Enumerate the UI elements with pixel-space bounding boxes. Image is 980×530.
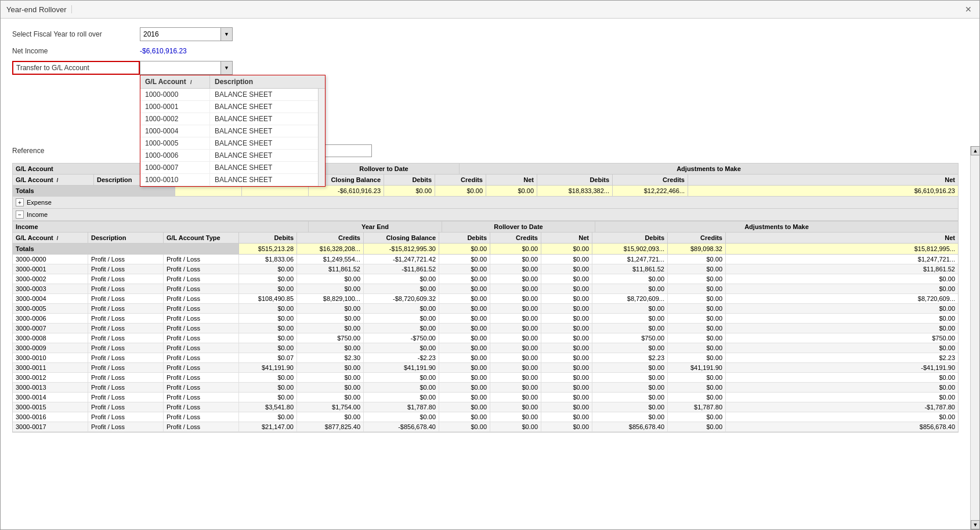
totals-roll-debits: $0.00 xyxy=(384,186,435,196)
transfer-row: Transfer to G/L Account ▼ G/L Account / … xyxy=(12,61,968,75)
table-row: 3000-0002 Profit / Loss Profit / Loss $0… xyxy=(13,274,958,284)
income-col-roll-debits: Debits xyxy=(439,233,490,243)
net-income-label: Net Income xyxy=(12,47,140,55)
expense-expand-icon[interactable]: + xyxy=(16,198,24,206)
income-col-adj-debits: Debits xyxy=(592,233,668,243)
table-row: 3000-0013 Profit / Loss Profit / Loss $0… xyxy=(13,383,958,393)
gl-header-desc: Description xyxy=(210,75,325,88)
transfer-label: Transfer to G/L Account xyxy=(12,61,140,75)
income-totals-roll-credits: $0.00 xyxy=(490,244,541,254)
title-bar: Year-end Rollover ✕ xyxy=(1,1,979,19)
totals-closing: -$6,610,916.23 xyxy=(309,186,384,196)
fiscal-year-row: Select Fiscal Year to roll over 2016 ▼ xyxy=(12,27,968,41)
income-col-closing: Closing Balance xyxy=(364,233,439,243)
income-totals-adj-credits: $89,098.32 xyxy=(668,244,726,254)
list-item[interactable]: 1000-0002 BALANCE SHEET xyxy=(140,113,325,125)
window-title: Year-end Rollover xyxy=(6,5,67,14)
table-row: 3000-0001 Profit / Loss Profit / Loss $0… xyxy=(13,264,958,274)
net-income-row: Net Income -$6,610,916.23 xyxy=(12,47,968,55)
transfer-input-field[interactable] xyxy=(140,62,220,74)
table-row: 3000-0003 Profit / Loss Profit / Loss $0… xyxy=(13,284,958,294)
list-item[interactable]: 1000-0010 BALANCE SHEET xyxy=(140,174,325,186)
scroll-down-arrow[interactable]: ▼ xyxy=(971,520,979,529)
table-row: 3000-0006 Profit / Loss Profit / Loss $0… xyxy=(13,314,958,324)
totals-adj-net: $6,610,916.23 xyxy=(688,186,958,196)
income-totals-adj-debits: $15,902,093... xyxy=(592,244,668,254)
income-data-rows: 3000-0000 Profit / Loss Profit / Loss $1… xyxy=(13,255,958,432)
totals-adj-credits: $12,222,466... xyxy=(613,186,688,196)
totals-col-roll-net: Net xyxy=(486,175,537,185)
scroll-up-arrow[interactable]: ▲ xyxy=(971,146,979,155)
table-row: 3000-0005 Profit / Loss Profit / Loss $0… xyxy=(13,304,958,314)
income-col-type: G/L Account Type xyxy=(164,233,239,243)
income-totals-label: Totals xyxy=(13,244,239,254)
table-row: 3000-0007 Profit / Loss Profit / Loss $0… xyxy=(13,324,958,333)
totals-ye-debits xyxy=(175,186,242,196)
table-row: 3000-0017 Profit / Loss Profit / Loss $2… xyxy=(13,422,958,432)
table-row: 3000-0009 Profit / Loss Profit / Loss $0… xyxy=(13,343,958,353)
content-area: Select Fiscal Year to roll over 2016 ▼ N… xyxy=(1,19,979,529)
income-section-row[interactable]: − Income xyxy=(13,209,958,221)
fiscal-year-dropdown-arrow[interactable]: ▼ xyxy=(220,28,232,41)
totals-col-roll-credits: Credits xyxy=(435,175,486,185)
table-row: 3000-0008 Profit / Loss Profit / Loss $0… xyxy=(13,333,958,343)
totals-col-adj-credits: Credits xyxy=(613,175,688,185)
gl-dropdown-header: G/L Account / Description xyxy=(140,75,325,89)
table-row: 3000-0014 Profit / Loss Profit / Loss $0… xyxy=(13,393,958,402)
gl-sort-indicator: / xyxy=(190,79,192,85)
income-totals-roll-net: $0.00 xyxy=(541,244,592,254)
list-item[interactable]: 1000-0000 BALANCE SHEET xyxy=(140,89,325,101)
gl-header-account: G/L Account / xyxy=(140,75,210,88)
gl-account-dropdown[interactable]: G/L Account / Description 1000-0000 BALA… xyxy=(140,75,326,187)
totals-adj-header: Adjustments to Make xyxy=(460,164,958,174)
table-row: 3000-0004 Profit / Loss Profit / Loss $1… xyxy=(13,294,958,304)
income-col-roll-net: Net xyxy=(541,233,592,243)
totals-section-label-row: Totals -$6,610,916.23 $0.00 $0.00 $0.00 … xyxy=(13,186,958,197)
totals-roll-net: $0.00 xyxy=(486,186,537,196)
income-gl-account-header: Income xyxy=(13,222,309,232)
income-rollover-header: Rollover to Date xyxy=(442,222,595,232)
transfer-input-wrapper: ▼ xyxy=(140,61,233,75)
income-col-headers: G/L Account / Description G/L Account Ty… xyxy=(13,233,958,244)
table-row: 3000-0012 Profit / Loss Profit / Loss $0… xyxy=(13,373,958,383)
fiscal-year-dropdown[interactable]: 2016 ▼ xyxy=(140,27,233,41)
list-item[interactable]: 1000-0004 BALANCE SHEET xyxy=(140,125,325,137)
income-totals-debits: $515,213.28 xyxy=(239,244,297,254)
totals-adj-debits: $18,833,382... xyxy=(537,186,613,196)
income-totals-adj-net: $15,812,995... xyxy=(726,244,958,254)
list-item[interactable]: 1000-0001 BALANCE SHEET xyxy=(140,101,325,113)
totals-label: Totals xyxy=(13,186,175,196)
income-totals-closing: -$15,812,995.30 xyxy=(364,244,439,254)
title-divider xyxy=(71,5,72,13)
totals-roll-credits: $0.00 xyxy=(435,186,486,196)
totals-col-roll-debits: Debits xyxy=(384,175,435,185)
transfer-dropdown-button[interactable]: ▼ xyxy=(220,61,232,74)
expense-section-row[interactable]: + Expense xyxy=(13,197,958,209)
reference-label: Reference xyxy=(12,147,140,155)
income-expand-icon[interactable]: − xyxy=(16,210,24,219)
main-window: Year-end Rollover ✕ Select Fiscal Year t… xyxy=(0,0,980,530)
table-row: 3000-0000 Profit / Loss Profit / Loss $1… xyxy=(13,255,958,264)
gl-dropdown-scrollbar[interactable] xyxy=(318,89,325,186)
income-section-label: − Income xyxy=(13,209,50,220)
income-totals-label-row: Totals $515,213.28 $16,328,208... -$15,8… xyxy=(13,244,958,255)
list-item[interactable]: 1000-0005 BALANCE SHEET xyxy=(140,137,325,150)
income-adj-header: Adjustments to Make xyxy=(595,222,958,232)
totals-col-account: G/L Account / xyxy=(13,175,94,185)
income-group-headers: Income Year End Rollover to Date Adjustm… xyxy=(13,222,958,233)
list-item[interactable]: 1000-0006 BALANCE SHEET xyxy=(140,150,325,162)
net-income-value: -$6,610,916.23 xyxy=(140,47,187,55)
list-item[interactable]: 1000-0007 BALANCE SHEET xyxy=(140,162,325,174)
totals-col-adj-net: Net xyxy=(688,175,958,185)
gl-dropdown-scroll[interactable]: 1000-0000 BALANCE SHEET 1000-0001 BALANC… xyxy=(140,89,325,186)
income-col-adj-net: Net xyxy=(726,233,958,243)
fiscal-year-label: Select Fiscal Year to roll over xyxy=(12,30,140,38)
totals-ye-credits xyxy=(242,186,309,196)
income-col-roll-credits: Credits xyxy=(490,233,541,243)
expense-section-label: + Expense xyxy=(13,197,55,208)
vertical-scrollbar[interactable]: ▲ ▼ xyxy=(970,146,979,529)
table-row: 3000-0011 Profit / Loss Profit / Loss $4… xyxy=(13,363,958,373)
table-row: 3000-0016 Profit / Loss Profit / Loss $0… xyxy=(13,412,958,422)
close-button[interactable]: ✕ xyxy=(963,4,974,14)
scroll-track[interactable] xyxy=(971,155,979,520)
